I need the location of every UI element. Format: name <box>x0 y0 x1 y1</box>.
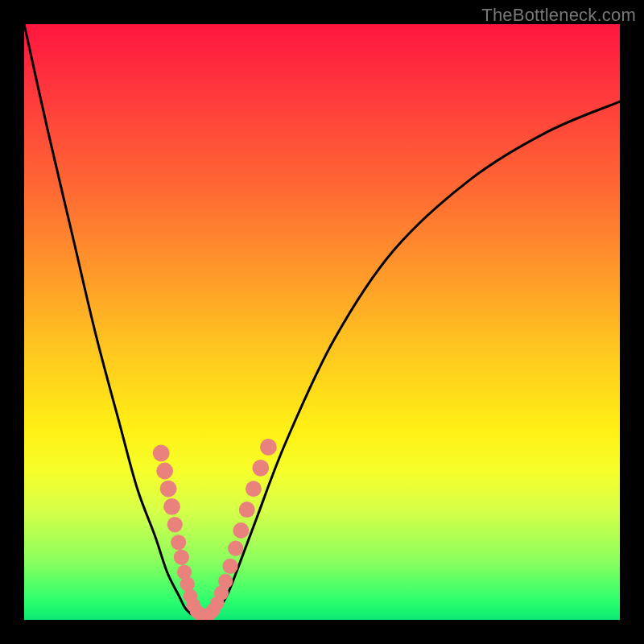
attribution-text: TheBottleneck.com <box>481 5 636 26</box>
highlight-dot <box>222 559 237 574</box>
highlight-dot <box>233 522 249 539</box>
highlight-dot <box>174 550 189 565</box>
highlight-dot <box>228 541 243 556</box>
highlight-dot <box>167 517 183 532</box>
highlight-dot <box>160 481 177 497</box>
plot-area <box>24 24 620 620</box>
highlight-dot <box>260 439 277 456</box>
highlight-dot <box>153 444 170 461</box>
highlight-dot <box>171 535 186 550</box>
highlight-dot <box>218 574 233 588</box>
chart-frame: TheBottleneck.com <box>0 0 644 644</box>
curves-svg <box>24 24 620 620</box>
highlight-dot <box>163 498 180 515</box>
marker-layer <box>153 439 277 620</box>
curve-layer <box>24 24 620 617</box>
highlight-dot <box>246 481 262 497</box>
series-right-curve <box>215 101 620 613</box>
highlight-dot <box>252 460 269 477</box>
highlight-dot <box>239 502 255 518</box>
series-left-curve <box>24 24 191 614</box>
highlight-dot <box>156 463 173 480</box>
